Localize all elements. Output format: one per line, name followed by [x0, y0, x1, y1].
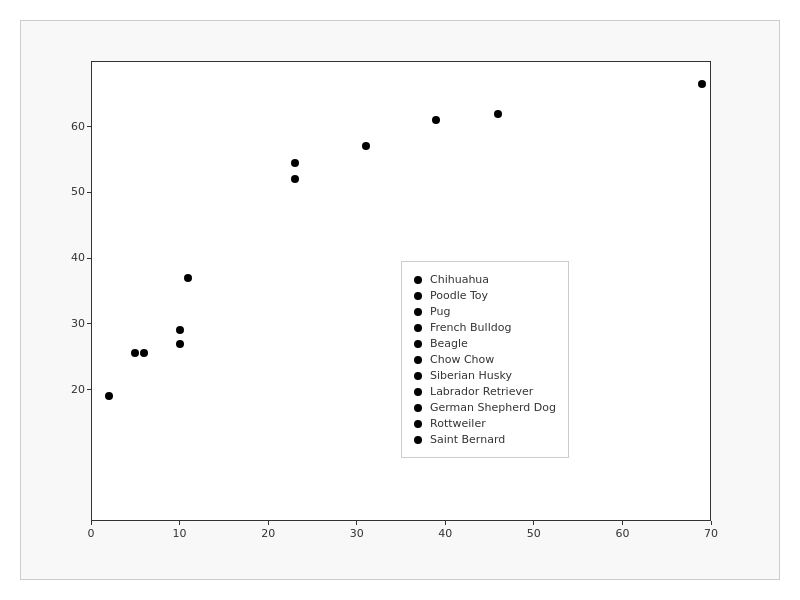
data-point-poodle-toy	[131, 349, 139, 357]
legend-label: Poodle Toy	[430, 289, 488, 302]
x-tick-label: 10	[168, 527, 192, 540]
legend-label: Labrador Retriever	[430, 385, 533, 398]
data-point-rottweiler	[432, 116, 440, 124]
data-point-chow-chow	[184, 274, 192, 282]
legend-dot-icon	[414, 340, 422, 348]
legend-item: Pug	[414, 305, 556, 318]
data-point-extra	[698, 80, 706, 88]
legend-dot-icon	[414, 356, 422, 364]
legend-label: Saint Bernard	[430, 433, 505, 446]
legend-dot-icon	[414, 388, 422, 396]
data-point-siberian-husky	[291, 175, 299, 183]
data-point-german-shepherd-dog	[362, 142, 370, 150]
x-tick-label: 50	[522, 527, 546, 540]
data-point-french-bulldog	[176, 340, 184, 348]
y-tick-label: 50	[55, 185, 85, 198]
legend-item: Rottweiler	[414, 417, 556, 430]
y-tick-label: 60	[55, 120, 85, 133]
legend-label: Rottweiler	[430, 417, 486, 430]
legend-label: Pug	[430, 305, 450, 318]
legend-dot-icon	[414, 292, 422, 300]
y-tick-label: 40	[55, 251, 85, 264]
legend-item: Siberian Husky	[414, 369, 556, 382]
legend-item: Poodle Toy	[414, 289, 556, 302]
legend-item: Chow Chow	[414, 353, 556, 366]
legend-label: French Bulldog	[430, 321, 511, 334]
data-point-chihuahua	[105, 392, 113, 400]
y-tick-label: 30	[55, 317, 85, 330]
legend-label: German Shepherd Dog	[430, 401, 556, 414]
data-point-pug	[140, 349, 148, 357]
x-tick-label: 40	[433, 527, 457, 540]
x-tick-label: 60	[610, 527, 634, 540]
legend-label: Beagle	[430, 337, 468, 350]
legend-item: German Shepherd Dog	[414, 401, 556, 414]
legend-dot-icon	[414, 404, 422, 412]
x-tick-label: 20	[256, 527, 280, 540]
y-tick-label: 20	[55, 383, 85, 396]
legend-item: Beagle	[414, 337, 556, 350]
legend-dot-icon	[414, 324, 422, 332]
legend-dot-icon	[414, 372, 422, 380]
x-tick-label: 70	[699, 527, 723, 540]
legend-item: Chihuahua	[414, 273, 556, 286]
data-point-beagle	[176, 326, 184, 334]
data-point-labrador-retriever	[291, 159, 299, 167]
x-tick-label: 0	[79, 527, 103, 540]
data-point-saint-bernard	[494, 110, 502, 118]
legend-label: Chihuahua	[430, 273, 489, 286]
x-tick-label: 30	[345, 527, 369, 540]
legend-item: French Bulldog	[414, 321, 556, 334]
legend-dot-icon	[414, 276, 422, 284]
legend-item: Labrador Retriever	[414, 385, 556, 398]
legend: ChihuahuaPoodle ToyPugFrench BulldogBeag…	[401, 261, 569, 458]
legend-dot-icon	[414, 420, 422, 428]
legend-item: Saint Bernard	[414, 433, 556, 446]
legend-label: Chow Chow	[430, 353, 494, 366]
legend-dot-icon	[414, 436, 422, 444]
legend-label: Siberian Husky	[430, 369, 512, 382]
legend-dot-icon	[414, 308, 422, 316]
chart-container: 0102030405060702030405060ChihuahuaPoodle…	[20, 20, 780, 580]
